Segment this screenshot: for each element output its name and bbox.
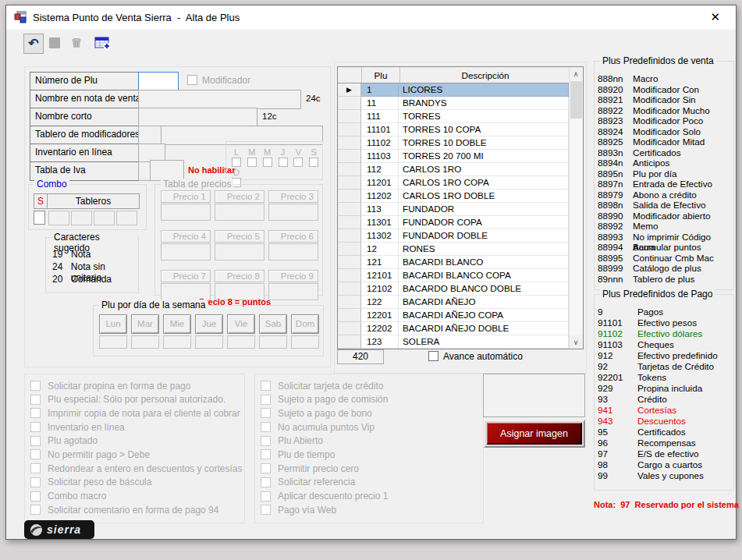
day-button[interactable]: Dom [291, 314, 319, 334]
table-row[interactable]: ▶ 1 LICORES [338, 83, 583, 97]
table-row[interactable]: ▶ 12201 BACARDI AÑEJO COPA [338, 309, 583, 322]
week-day-checkbox[interactable] [293, 158, 303, 167]
option-checkbox[interactable] [30, 408, 41, 418]
combo-tablero-input-3[interactable] [94, 211, 115, 225]
scroll-up-icon[interactable]: ∧ [570, 67, 582, 80]
precio-input[interactable] [161, 204, 211, 221]
table-row[interactable]: ▶ 11101 TORRES 10 COPA [338, 123, 583, 136]
table-row[interactable]: ▶ 12101 BACARDI BLANCO COPA [338, 269, 583, 282]
combo-tablero-input-1[interactable] [48, 211, 69, 225]
precio-input[interactable] [268, 283, 318, 300]
table-row[interactable]: ▶ 11301 FUNDADOR COPA [338, 216, 583, 229]
option-checkbox[interactable] [261, 477, 271, 487]
numero-plu-input[interactable] [138, 72, 179, 91]
table-row[interactable]: ▶ 122 BACARDI AÑEJO [338, 296, 583, 309]
precio-input[interactable] [268, 243, 318, 261]
save-icon[interactable] [45, 34, 64, 52]
new-record-table-icon[interactable] [93, 34, 112, 52]
table-row[interactable]: ▶ 12 RONES [338, 243, 583, 256]
combo-tablero-input-2[interactable] [71, 211, 92, 225]
day-button[interactable]: Jue [195, 314, 223, 334]
option-checkbox[interactable] [261, 381, 271, 391]
table-row[interactable]: ▶ 11202 CARLOS 1RO DOBLE [338, 190, 583, 203]
day-input[interactable] [227, 335, 255, 349]
avance-automatico-checkbox[interactable] [428, 351, 438, 361]
precio-button[interactable]: Precio 4 [161, 230, 211, 243]
day-input[interactable] [195, 335, 223, 349]
close-icon[interactable]: ✕ [705, 9, 725, 26]
option-checkbox[interactable] [261, 449, 271, 459]
day-input[interactable] [259, 335, 287, 349]
day-button[interactable]: Lun [99, 314, 127, 334]
option-checkbox[interactable] [30, 463, 41, 473]
option-checkbox[interactable] [30, 381, 41, 391]
precio-button[interactable]: Precio 7 [161, 270, 211, 282]
week-day-checkbox[interactable] [263, 158, 272, 167]
precio-button[interactable]: Precio 1 [161, 190, 211, 203]
option-checkbox[interactable] [261, 463, 271, 473]
day-input[interactable] [163, 335, 191, 349]
precio-button[interactable]: Precio 6 [268, 230, 318, 243]
day-input[interactable] [291, 335, 319, 349]
delete-trash-icon[interactable] [67, 34, 86, 52]
table-row[interactable]: ▶ 121 BACARDI BLANCO [338, 256, 583, 269]
table-row[interactable]: ▶ 123 SOLERA [338, 335, 583, 349]
precio-button[interactable]: Precio 3 [268, 190, 318, 203]
assign-image-button[interactable]: Asignar imagen [487, 423, 582, 445]
precio-input[interactable] [215, 204, 264, 221]
record-count-box[interactable]: 420 [337, 349, 384, 364]
table-row[interactable]: ▶ 12202 BACARDI AÑEJO DOBLE [338, 322, 583, 335]
option-checkbox[interactable] [30, 477, 41, 487]
option-checkbox[interactable] [30, 422, 41, 432]
precio-button[interactable]: Precio 8 [215, 270, 264, 282]
option-checkbox[interactable] [261, 408, 271, 418]
plu-column-header[interactable]: Plu [362, 67, 400, 83]
option-checkbox[interactable] [30, 395, 41, 405]
week-day-checkbox[interactable] [279, 158, 288, 167]
descripcion-column-header[interactable]: Descripción [400, 67, 571, 83]
option-checkbox[interactable] [261, 395, 271, 405]
table-row[interactable]: ▶ 12102 BACARDO BLANCO DOBLE [338, 282, 583, 296]
week-day-checkbox[interactable] [247, 158, 257, 167]
scrollbar-thumb[interactable] [570, 81, 582, 119]
day-input[interactable] [99, 335, 127, 349]
scroll-down-icon[interactable]: ∨ [570, 335, 582, 349]
week-day-checkbox[interactable] [309, 158, 318, 167]
day-button[interactable]: Vie [227, 314, 255, 334]
precio-input[interactable] [161, 243, 211, 261]
day-button[interactable]: Sab [259, 314, 287, 334]
table-row[interactable]: ▶ 11103 TORRES 20 700 MI [338, 150, 583, 163]
option-checkbox[interactable] [261, 505, 271, 515]
table-row[interactable]: ▶ 11302 FUNDADOR DOBLE [338, 229, 583, 243]
option-checkbox[interactable] [30, 449, 41, 459]
precio-button[interactable]: Precio 9 [268, 270, 318, 282]
table-row[interactable]: ▶ 111 TORRES [338, 110, 583, 123]
option-checkbox[interactable] [30, 491, 41, 502]
day-input[interactable] [131, 335, 159, 349]
undo-icon[interactable]: ↶ [23, 34, 44, 54]
table-row[interactable]: ▶ 11102 TORRES 10 DOBLE [338, 136, 583, 150]
precio-input[interactable] [215, 243, 264, 261]
option-checkbox[interactable] [261, 491, 271, 502]
week-day-checkbox[interactable] [232, 158, 241, 167]
tabla-iva-value-input[interactable] [150, 160, 184, 181]
precio-input[interactable] [268, 204, 318, 221]
precio-button[interactable]: Precio 2 [215, 190, 264, 203]
nombre-corto-input[interactable] [138, 108, 257, 127]
tablero-modificadores-num-input[interactable] [138, 126, 162, 145]
table-scrollbar[interactable]: ∧ ∨ [569, 67, 583, 349]
tabla-iva-input[interactable] [138, 161, 151, 181]
nombre-nota-input[interactable] [138, 90, 301, 109]
day-button[interactable]: Mar [131, 314, 159, 334]
day-button[interactable]: Mie [163, 314, 191, 334]
table-row[interactable]: ▶ 11201 CARLOS 1RO COPA [338, 176, 583, 190]
table-row[interactable]: ▶ 113 FUNDADOR [338, 203, 583, 216]
table-row[interactable]: ▶ 11 BRANDYS [338, 97, 583, 110]
table-row[interactable]: ▶ 112 CARLOS 1RO [338, 163, 583, 176]
option-checkbox[interactable] [261, 436, 271, 446]
combo-tablero-input-4[interactable] [116, 211, 137, 225]
combo-s-checkbox[interactable] [34, 211, 45, 225]
option-checkbox[interactable] [30, 436, 41, 446]
option-checkbox[interactable] [261, 422, 271, 432]
precio-button[interactable]: Precio 5 [215, 230, 264, 243]
